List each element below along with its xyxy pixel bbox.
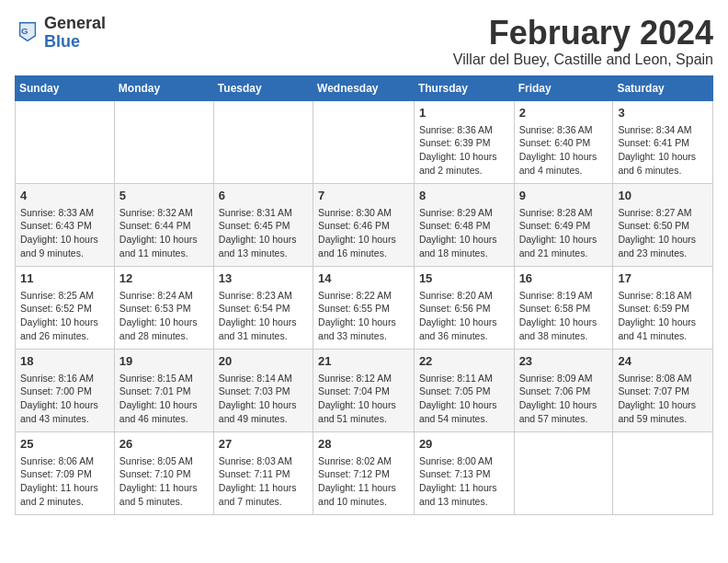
calendar-cell: 3Sunrise: 8:34 AMSunset: 6:41 PMDaylight… [613, 100, 713, 183]
day-info: Daylight: 10 hours [318, 233, 409, 247]
day-info: Sunset: 6:40 PM [519, 136, 609, 150]
calendar-cell [613, 431, 713, 514]
day-number: 19 [119, 353, 209, 370]
calendar-cell: 14Sunrise: 8:22 AMSunset: 6:55 PMDayligh… [313, 266, 415, 349]
day-info: Sunset: 6:53 PM [119, 302, 209, 316]
day-info: Sunrise: 8:24 AM [119, 289, 209, 303]
day-info: Sunrise: 8:05 AM [119, 454, 209, 468]
day-info: Sunrise: 8:32 AM [119, 206, 209, 220]
calendar-cell: 19Sunrise: 8:15 AMSunset: 7:01 PMDayligh… [114, 349, 213, 431]
day-info: Sunset: 6:44 PM [119, 219, 209, 233]
day-info: Daylight: 10 hours [219, 398, 308, 412]
calendar-cell: 21Sunrise: 8:12 AMSunset: 7:04 PMDayligh… [313, 349, 415, 431]
calendar-cell: 5Sunrise: 8:32 AMSunset: 6:44 PMDaylight… [114, 183, 213, 266]
calendar-cell [514, 431, 613, 514]
day-info: Sunset: 7:12 PM [318, 467, 409, 481]
day-info: Daylight: 10 hours [618, 398, 708, 412]
day-info: and 2 minutes. [419, 164, 509, 178]
day-info: Sunrise: 8:25 AM [20, 289, 109, 303]
calendar-week-2: 4Sunrise: 8:33 AMSunset: 6:43 PMDaylight… [16, 183, 713, 266]
day-info: and 49 minutes. [219, 412, 308, 426]
day-info: Daylight: 10 hours [119, 233, 209, 247]
day-number: 14 [318, 270, 409, 287]
day-info: Sunrise: 8:23 AM [219, 289, 308, 303]
day-info: Daylight: 10 hours [119, 398, 209, 412]
day-number: 7 [318, 188, 409, 204]
day-info: Sunrise: 8:33 AM [20, 206, 109, 220]
day-info: Sunrise: 8:15 AM [119, 372, 209, 385]
day-info: Daylight: 10 hours [20, 316, 109, 329]
svg-text:G: G [21, 26, 28, 36]
day-number: 16 [519, 270, 609, 287]
calendar-cell: 10Sunrise: 8:27 AMSunset: 6:50 PMDayligh… [613, 183, 713, 266]
day-info: Daylight: 10 hours [419, 233, 509, 247]
calendar-cell: 9Sunrise: 8:28 AMSunset: 6:49 PMDaylight… [514, 183, 613, 266]
day-info: Daylight: 10 hours [419, 150, 509, 164]
day-info: and 26 minutes. [20, 329, 109, 343]
day-info: and 9 minutes. [20, 247, 109, 260]
day-info: Daylight: 10 hours [618, 233, 708, 247]
day-info: Sunrise: 8:30 AM [318, 206, 409, 220]
day-info: Sunrise: 8:02 AM [318, 454, 409, 468]
day-info: Sunset: 7:10 PM [119, 467, 209, 481]
calendar-header: SundayMondayTuesdayWednesdayThursdayFrid… [16, 75, 713, 100]
day-info: and 10 minutes. [318, 495, 409, 509]
logo-general: General [44, 14, 106, 32]
day-info: Daylight: 11 hours [419, 481, 509, 495]
day-info: Sunrise: 8:00 AM [419, 454, 509, 468]
calendar-cell: 8Sunrise: 8:29 AMSunset: 6:48 PMDaylight… [414, 183, 514, 266]
day-info: Sunset: 6:52 PM [20, 302, 109, 316]
day-info: and 13 minutes. [219, 247, 308, 260]
day-info: and 46 minutes. [119, 412, 209, 426]
day-number: 11 [20, 270, 109, 287]
day-info: and 28 minutes. [119, 329, 209, 343]
calendar-cell: 26Sunrise: 8:05 AMSunset: 7:10 PMDayligh… [114, 431, 213, 514]
calendar-cell: 20Sunrise: 8:14 AMSunset: 7:03 PMDayligh… [213, 349, 313, 431]
logo-blue: Blue [44, 32, 80, 51]
day-number: 23 [519, 353, 609, 370]
day-info: and 57 minutes. [519, 412, 609, 426]
location-subtitle: Villar del Buey, Castille and Leon, Spai… [453, 52, 713, 68]
page-header: G General Blue February 2024 Villar del … [15, 15, 713, 68]
weekday-header-friday: Friday [514, 75, 613, 100]
day-info: and 33 minutes. [318, 329, 409, 343]
calendar-cell: 25Sunrise: 8:06 AMSunset: 7:09 PMDayligh… [16, 431, 115, 514]
day-info: Sunset: 6:54 PM [219, 302, 308, 316]
calendar-cell: 17Sunrise: 8:18 AMSunset: 6:59 PMDayligh… [613, 266, 713, 349]
day-info: and 7 minutes. [219, 495, 308, 509]
day-info: Daylight: 10 hours [219, 233, 308, 247]
weekday-header-saturday: Saturday [613, 75, 713, 100]
day-info: Daylight: 10 hours [20, 233, 109, 247]
day-number: 27 [219, 436, 308, 453]
day-number: 26 [119, 436, 209, 453]
day-info: and 2 minutes. [20, 495, 109, 509]
day-info: Sunset: 6:58 PM [519, 302, 609, 316]
calendar-cell: 1Sunrise: 8:36 AMSunset: 6:39 PMDaylight… [414, 100, 514, 183]
day-info: Sunrise: 8:19 AM [519, 289, 609, 303]
calendar-cell: 11Sunrise: 8:25 AMSunset: 6:52 PMDayligh… [16, 266, 115, 349]
day-info: Sunrise: 8:28 AM [519, 206, 609, 220]
day-info: and 13 minutes. [419, 495, 509, 509]
day-number: 13 [219, 270, 308, 287]
day-info: and 43 minutes. [20, 412, 109, 426]
day-info: Daylight: 10 hours [519, 150, 609, 164]
day-info: Sunrise: 8:22 AM [318, 289, 409, 303]
calendar-body: 1Sunrise: 8:36 AMSunset: 6:39 PMDaylight… [16, 100, 713, 514]
day-info: Sunrise: 8:29 AM [419, 206, 509, 220]
day-info: Sunrise: 8:03 AM [219, 454, 308, 468]
day-info: Sunrise: 8:18 AM [618, 289, 708, 303]
day-info: Sunset: 6:43 PM [20, 219, 109, 233]
weekday-header-row: SundayMondayTuesdayWednesdayThursdayFrid… [16, 75, 713, 100]
day-number: 17 [618, 270, 708, 287]
calendar-cell: 23Sunrise: 8:09 AMSunset: 7:06 PMDayligh… [514, 349, 613, 431]
day-number: 21 [318, 353, 409, 370]
day-info: Daylight: 10 hours [519, 233, 609, 247]
day-info: Sunrise: 8:31 AM [219, 206, 308, 220]
day-info: Sunset: 6:41 PM [618, 136, 708, 150]
day-number: 10 [618, 188, 708, 204]
day-info: Sunrise: 8:14 AM [219, 372, 308, 385]
day-info: Daylight: 11 hours [219, 481, 308, 495]
day-info: Sunset: 6:46 PM [318, 219, 409, 233]
calendar-cell: 12Sunrise: 8:24 AMSunset: 6:53 PMDayligh… [114, 266, 213, 349]
logo: G General Blue [15, 15, 106, 52]
